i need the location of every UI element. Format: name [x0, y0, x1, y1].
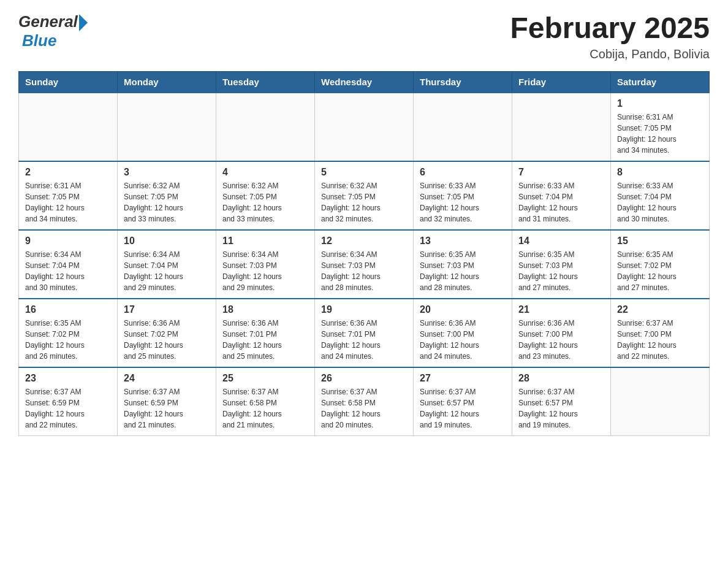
day-info: Sunrise: 6:34 AM Sunset: 7:04 PM Dayligh… [25, 249, 111, 293]
day-info: Sunrise: 6:37 AM Sunset: 7:00 PM Dayligh… [617, 318, 703, 362]
day-number: 12 [321, 236, 407, 247]
day-number: 3 [124, 167, 210, 178]
calendar-week-row: 23Sunrise: 6:37 AM Sunset: 6:59 PM Dayli… [19, 367, 710, 436]
day-info: Sunrise: 6:32 AM Sunset: 7:05 PM Dayligh… [222, 180, 308, 224]
calendar-day-cell: 10Sunrise: 6:34 AM Sunset: 7:04 PM Dayli… [118, 230, 216, 299]
calendar-week-row: 9Sunrise: 6:34 AM Sunset: 7:04 PM Daylig… [19, 230, 710, 299]
day-number: 10 [124, 236, 210, 247]
calendar-day-cell: 12Sunrise: 6:34 AM Sunset: 7:03 PM Dayli… [315, 230, 414, 299]
day-number: 28 [518, 373, 604, 384]
day-number: 26 [321, 373, 407, 384]
calendar-day-cell [611, 367, 710, 436]
day-number: 2 [25, 167, 111, 178]
calendar-day-cell: 21Sunrise: 6:36 AM Sunset: 7:00 PM Dayli… [512, 299, 611, 367]
calendar-day-cell: 16Sunrise: 6:35 AM Sunset: 7:02 PM Dayli… [19, 299, 118, 367]
logo-arrow-icon [79, 14, 88, 31]
day-info: Sunrise: 6:37 AM Sunset: 6:59 PM Dayligh… [124, 386, 210, 431]
day-number: 9 [25, 236, 111, 247]
calendar-day-cell [19, 93, 118, 161]
calendar-day-cell: 14Sunrise: 6:35 AM Sunset: 7:03 PM Dayli… [512, 230, 611, 299]
day-number: 17 [124, 304, 210, 315]
calendar-week-row: 2Sunrise: 6:31 AM Sunset: 7:05 PM Daylig… [19, 161, 710, 230]
weekday-header-sunday: Sunday [19, 71, 118, 93]
weekday-header-saturday: Saturday [611, 71, 710, 93]
day-info: Sunrise: 6:35 AM Sunset: 7:02 PM Dayligh… [617, 249, 703, 293]
calendar-week-row: 1Sunrise: 6:31 AM Sunset: 7:05 PM Daylig… [19, 93, 710, 161]
calendar-day-cell: 24Sunrise: 6:37 AM Sunset: 6:59 PM Dayli… [118, 367, 216, 436]
day-info: Sunrise: 6:34 AM Sunset: 7:03 PM Dayligh… [222, 249, 308, 293]
day-number: 20 [420, 304, 506, 315]
calendar-day-cell: 7Sunrise: 6:33 AM Sunset: 7:04 PM Daylig… [512, 161, 611, 230]
weekday-header-thursday: Thursday [414, 71, 512, 93]
day-info: Sunrise: 6:33 AM Sunset: 7:05 PM Dayligh… [420, 180, 506, 224]
weekday-header-friday: Friday [512, 71, 611, 93]
day-number: 1 [617, 98, 703, 109]
day-number: 22 [617, 304, 703, 315]
logo: General Blue [18, 12, 88, 50]
calendar-day-cell: 17Sunrise: 6:36 AM Sunset: 7:02 PM Dayli… [118, 299, 216, 367]
day-number: 4 [222, 167, 308, 178]
calendar-day-cell: 28Sunrise: 6:37 AM Sunset: 6:57 PM Dayli… [512, 367, 611, 436]
calendar-day-cell: 18Sunrise: 6:36 AM Sunset: 7:01 PM Dayli… [216, 299, 315, 367]
calendar-day-cell: 6Sunrise: 6:33 AM Sunset: 7:05 PM Daylig… [414, 161, 512, 230]
calendar-day-cell: 1Sunrise: 6:31 AM Sunset: 7:05 PM Daylig… [611, 93, 710, 161]
day-number: 27 [420, 373, 506, 384]
day-info: Sunrise: 6:34 AM Sunset: 7:04 PM Dayligh… [124, 249, 210, 293]
day-info: Sunrise: 6:36 AM Sunset: 7:00 PM Dayligh… [518, 318, 604, 362]
weekday-header-wednesday: Wednesday [315, 71, 414, 93]
day-number: 23 [25, 373, 111, 384]
calendar-day-cell [216, 93, 315, 161]
day-info: Sunrise: 6:31 AM Sunset: 7:05 PM Dayligh… [25, 180, 111, 224]
day-number: 18 [222, 304, 308, 315]
day-number: 13 [420, 236, 506, 247]
calendar-day-cell: 22Sunrise: 6:37 AM Sunset: 7:00 PM Dayli… [611, 299, 710, 367]
logo-blue-text: Blue [22, 31, 56, 50]
calendar-day-cell: 5Sunrise: 6:32 AM Sunset: 7:05 PM Daylig… [315, 161, 414, 230]
day-info: Sunrise: 6:35 AM Sunset: 7:02 PM Dayligh… [25, 318, 111, 362]
calendar-day-cell: 19Sunrise: 6:36 AM Sunset: 7:01 PM Dayli… [315, 299, 414, 367]
day-info: Sunrise: 6:35 AM Sunset: 7:03 PM Dayligh… [420, 249, 506, 293]
day-info: Sunrise: 6:36 AM Sunset: 7:01 PM Dayligh… [222, 318, 308, 362]
day-number: 7 [518, 167, 604, 178]
day-number: 5 [321, 167, 407, 178]
day-info: Sunrise: 6:37 AM Sunset: 6:57 PM Dayligh… [518, 386, 604, 431]
calendar-day-cell: 27Sunrise: 6:37 AM Sunset: 6:57 PM Dayli… [414, 367, 512, 436]
day-number: 14 [518, 236, 604, 247]
day-number: 16 [25, 304, 111, 315]
day-number: 24 [124, 373, 210, 384]
calendar-subtitle: Cobija, Pando, Bolivia [510, 47, 710, 61]
logo-general-text: General [18, 12, 78, 31]
calendar-day-cell: 4Sunrise: 6:32 AM Sunset: 7:05 PM Daylig… [216, 161, 315, 230]
day-info: Sunrise: 6:32 AM Sunset: 7:05 PM Dayligh… [321, 180, 407, 224]
day-info: Sunrise: 6:35 AM Sunset: 7:03 PM Dayligh… [518, 249, 604, 293]
calendar-day-cell: 15Sunrise: 6:35 AM Sunset: 7:02 PM Dayli… [611, 230, 710, 299]
day-info: Sunrise: 6:37 AM Sunset: 6:58 PM Dayligh… [321, 386, 407, 431]
day-info: Sunrise: 6:37 AM Sunset: 6:59 PM Dayligh… [25, 386, 111, 431]
calendar-week-row: 16Sunrise: 6:35 AM Sunset: 7:02 PM Dayli… [19, 299, 710, 367]
calendar-day-cell: 23Sunrise: 6:37 AM Sunset: 6:59 PM Dayli… [19, 367, 118, 436]
page-header: General Blue February 2025 Cobija, Pando… [18, 12, 710, 61]
calendar-day-cell: 25Sunrise: 6:37 AM Sunset: 6:58 PM Dayli… [216, 367, 315, 436]
day-number: 25 [222, 373, 308, 384]
calendar-day-cell [315, 93, 414, 161]
calendar-table: SundayMondayTuesdayWednesdayThursdayFrid… [18, 71, 710, 436]
day-info: Sunrise: 6:36 AM Sunset: 7:00 PM Dayligh… [420, 318, 506, 362]
day-number: 6 [420, 167, 506, 178]
calendar-day-cell [118, 93, 216, 161]
day-info: Sunrise: 6:34 AM Sunset: 7:03 PM Dayligh… [321, 249, 407, 293]
calendar-day-cell [414, 93, 512, 161]
calendar-day-cell: 2Sunrise: 6:31 AM Sunset: 7:05 PM Daylig… [19, 161, 118, 230]
day-number: 8 [617, 167, 703, 178]
day-info: Sunrise: 6:36 AM Sunset: 7:01 PM Dayligh… [321, 318, 407, 362]
weekday-header-tuesday: Tuesday [216, 71, 315, 93]
calendar-day-cell [512, 93, 611, 161]
calendar-header-row: SundayMondayTuesdayWednesdayThursdayFrid… [19, 71, 710, 93]
calendar-day-cell: 9Sunrise: 6:34 AM Sunset: 7:04 PM Daylig… [19, 230, 118, 299]
day-number: 19 [321, 304, 407, 315]
day-info: Sunrise: 6:33 AM Sunset: 7:04 PM Dayligh… [518, 180, 604, 224]
calendar-day-cell: 8Sunrise: 6:33 AM Sunset: 7:04 PM Daylig… [611, 161, 710, 230]
title-area: February 2025 Cobija, Pando, Bolivia [510, 12, 710, 61]
calendar-day-cell: 11Sunrise: 6:34 AM Sunset: 7:03 PM Dayli… [216, 230, 315, 299]
calendar-day-cell: 3Sunrise: 6:32 AM Sunset: 7:05 PM Daylig… [118, 161, 216, 230]
calendar-day-cell: 26Sunrise: 6:37 AM Sunset: 6:58 PM Dayli… [315, 367, 414, 436]
